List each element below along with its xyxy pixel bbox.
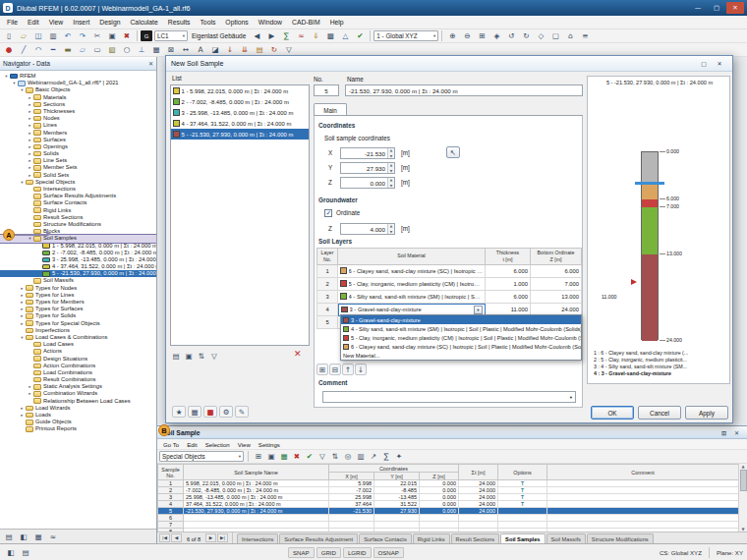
cell-comment[interactable] [547,508,739,515]
pan-icon[interactable]: ◈ [489,30,503,42]
tree-item[interactable]: ▸ Openings [0,143,156,150]
cell-sample-no[interactable]: 7 [158,522,184,529]
layer-up-icon[interactable]: ↑ [342,364,354,375]
pick-point-icon[interactable]: ↖ [446,146,460,158]
list-new-icon[interactable]: ▤ [170,350,182,362]
tables-icon[interactable]: ▦ [188,406,201,418]
moment-load-icon[interactable]: ↻ [267,44,281,56]
tree-expander-icon[interactable]: ▸ [27,137,33,143]
menu-item[interactable]: Window [254,19,287,26]
guide-object-icon[interactable]: ▽ [282,44,296,56]
cell-name[interactable]: -7.002, -8.485, 0.000 m | Σt : 24.000 m [184,487,329,494]
tree-expander-icon[interactable]: ▾ [27,235,33,242]
table-sum-icon[interactable]: ∑ [380,451,392,463]
tree-item[interactable]: Relationship Between Load Cases [0,398,156,405]
menu-item[interactable]: Help [325,19,349,26]
x-coordinate-field[interactable]: -21.530 [340,147,395,159]
layer-bottom-ordinate-cell[interactable]: 6.000 [531,265,582,278]
cell-x[interactable]: 5.998 [329,480,374,487]
table-menu-item[interactable]: View [234,441,255,448]
groundwater-z-spinner[interactable] [387,224,394,234]
layer-thickness-cell[interactable]: 1.000 [486,278,531,291]
nodal-support-icon[interactable]: ⊥ [135,44,148,56]
table-tab[interactable]: Soil Massifs [546,533,586,543]
tree-expander-icon[interactable]: ▾ [19,334,26,341]
menu-item[interactable]: CAD-BIM [287,19,325,26]
table-tab[interactable]: Surface Contacts [359,533,412,543]
tree-item[interactable]: Printout Reports [0,425,156,432]
tree-expander-icon[interactable]: ▸ [19,405,26,412]
cell-z[interactable] [420,515,459,522]
tree-expander-icon[interactable]: ▸ [19,312,26,319]
nav-tab-display-icon[interactable]: ◧ [17,531,30,542]
menu-item[interactable]: File [2,19,23,26]
tree-item[interactable]: Load Combinations [0,369,156,376]
cell-name[interactable]: -21.530, 27.930, 0.000 m | Σt : 24.000 m [184,508,329,515]
home-view-icon[interactable]: ⌂ [563,30,577,42]
cell-y[interactable]: -8.485 [374,487,420,494]
nodal-load-icon[interactable]: ↓ [223,44,237,56]
menu-item[interactable]: Insert [68,19,94,26]
color-swatch-icon[interactable]: ■ [203,406,217,418]
tree-expander-icon[interactable]: ▸ [27,172,33,179]
tree-item[interactable]: ▸ Types for Lines [0,292,156,299]
cell-options[interactable] [498,515,547,522]
layer-down-icon[interactable]: ↓ [355,364,367,375]
view-full-icon[interactable]: ▢ [548,30,562,42]
table-delete-icon[interactable]: ✖ [291,451,303,463]
menu-item[interactable]: Tools [195,19,220,26]
calculate-all-icon[interactable]: ∑ [279,30,293,42]
list-sort-icon[interactable]: ⇅ [196,350,207,362]
cell-sum-t[interactable]: 24.000 [459,487,498,494]
layer-material-cell[interactable]: 4 - Silty sand, sand-silt mixture (SM) |… [338,291,486,304]
cell-z[interactable] [420,529,459,532]
table-menu-item[interactable]: Settings [255,441,284,448]
x-spinner[interactable] [387,148,394,158]
y-spinner[interactable] [387,163,394,173]
soil-sample-list-item[interactable]: 4 - 37.464, 31.522, 0.000 m | Σt : 24.00… [171,118,309,129]
cell-comment[interactable] [547,529,739,532]
tree-item[interactable]: Rigid Links [0,207,156,214]
nav-tab-views-icon[interactable]: ▦ [31,531,45,542]
mesh-icon[interactable]: ▩ [323,30,337,42]
tree-item[interactable]: Structure Modifications [0,221,156,228]
tree-item[interactable]: Actions [0,348,156,355]
cell-x[interactable]: 37.464 [329,501,374,508]
cell-z[interactable]: 0.000 [420,480,459,487]
copy-icon[interactable]: ▣ [105,30,119,42]
table-vertical-scrollbar[interactable]: ▲▼ [738,464,747,532]
isometric-view-icon[interactable]: ◇ [534,30,547,42]
tree-item[interactable]: ▾ Load Cases & Combinations [0,334,156,341]
tree-item[interactable]: Result Sections [0,214,156,221]
z-spinner[interactable] [387,178,394,188]
cell-x[interactable]: 25.998 [329,494,374,501]
layer-material-cell[interactable]: 5 - Clay, inorganic, medium plasticity (… [338,278,486,291]
intersection-icon[interactable]: ⊠ [164,44,178,56]
member-icon[interactable]: ━ [46,44,60,56]
table-filter-combo[interactable]: Special Objects▾ [159,451,244,462]
tree-item[interactable]: ▸ Solid Sets [0,172,156,179]
tree-expander-icon[interactable]: ▸ [19,306,26,312]
tree-expander-icon[interactable]: ▸ [27,108,33,115]
cell-name[interactable]: 25.998, -13.485, 0.000 m | Σt : 24.000 m [184,494,329,501]
cell-options[interactable] [498,522,547,529]
cell-sample-no[interactable]: 2 [158,487,184,494]
tree-expander-icon[interactable]: ▸ [27,383,33,390]
tree-expander-icon[interactable]: ▾ [19,86,26,93]
open-model-icon[interactable]: ▱ [17,30,30,42]
table-tab[interactable]: Rigid Links [413,533,450,543]
table-row[interactable]: 5 -21.530, 27.930, 0.000 m | Σt : 24.000… [158,508,739,515]
tree-expander-icon[interactable]: ▸ [19,299,26,306]
table-tab[interactable]: Surface Results Adjustment [279,533,358,543]
cell-name[interactable]: 5.998, 22.015, 0.000 m | Σt : 24.000 m [184,480,329,487]
cell-y[interactable]: 31.522 [374,501,420,508]
coordinate-system-combo[interactable]: 1 - Global XYZ▾ [374,30,438,41]
tree-expander-icon[interactable]: ▸ [19,320,26,327]
line-load-icon[interactable]: ⇊ [238,44,252,56]
tree-item[interactable]: ▸ Members [0,130,156,137]
tree-expander-icon[interactable]: ▾ [11,80,18,86]
table-panel-titlebar[interactable]: Soil Sample ⊡✕ [157,426,747,439]
navigator-close-icon[interactable]: ✕ [148,60,153,67]
cell-sum-t[interactable]: 24.000 [459,508,498,515]
tree-expander-icon[interactable]: ▸ [27,122,33,129]
